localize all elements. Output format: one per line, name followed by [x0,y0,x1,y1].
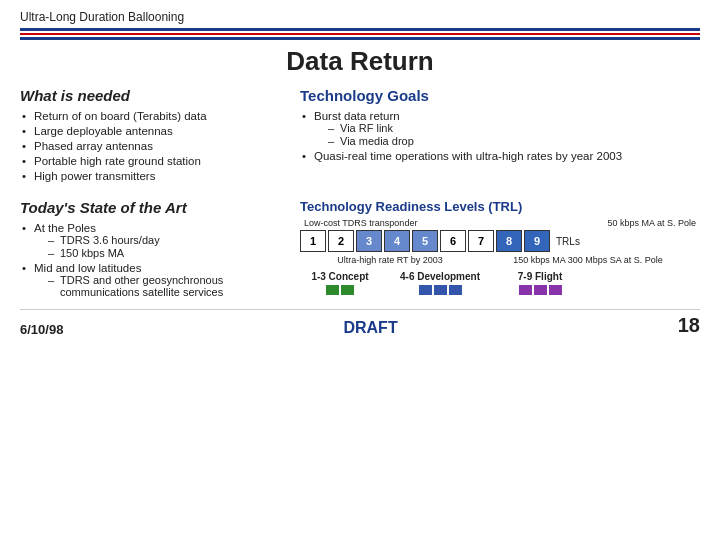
trl-box-2: 2 [328,230,354,252]
tg-item-1: Burst data return Via RF link Via media … [300,110,700,147]
trl-detail-row: Ultra-high rate RT by 2003 150 kbps MA 3… [300,255,700,265]
cb-purple-3 [549,285,562,295]
page: Ultra-Long Duration Ballooning Data Retu… [0,0,720,540]
trl-detail-label2: 150 kbps MA 300 Mbps SA at S. Pole [513,255,663,265]
cb-blue-1 [419,285,432,295]
todays-state-list: At the Poles TDRS 3.6 hours/day 150 kbps… [20,222,280,298]
trl-box-8: 8 [496,230,522,252]
trl-box-3: 3 [356,230,382,252]
technology-goals-heading: Technology Goals [300,87,700,104]
trl-annotation-right: 50 kbps MA at S. Pole [607,218,696,228]
cb-blue-3 [449,285,462,295]
tg-item-2: Quasi-real time operations with ultra-hi… [300,150,700,162]
top-two-col: What is needed Return of on board (Terab… [20,87,700,185]
trl-legend: 1-3 Concept 4-6 Development [300,271,700,295]
header-title: Ultra-Long Duration Ballooning [20,10,700,24]
trl-box-9: 9 [524,230,550,252]
trl-flight-blocks [519,285,562,295]
trl-legend-concept: 1-3 Concept [300,271,380,295]
cb-green-1 [326,285,339,295]
todays-state-heading: Today's State of the Art [20,199,280,216]
tg-sub-item: Via media drop [328,135,700,147]
trl-legend-flight-label: 7-9 Flight [518,271,562,282]
main-title: Data Return [20,46,700,77]
trl-boxes-label: TRLs [556,236,580,247]
divider-blue-bottom [20,37,700,40]
todays-state-section: Today's State of the Art At the Poles TD… [20,199,280,301]
trl-dev-blocks [419,285,462,295]
what-is-needed-heading: What is needed [20,87,280,104]
trl-annotation-left: Low-cost TDRS transponder [304,218,417,228]
trl-box-7: 7 [468,230,494,252]
trl-boxes-row: 1 2 3 4 5 6 7 8 9 TRLs [300,230,700,252]
technology-goals-section: Technology Goals Burst data return Via R… [300,87,700,185]
ts-sub-1: TDRS 3.6 hours/day 150 kbps MA [34,234,280,259]
ts-item-2: Mid and low latitudes TDRS and other geo… [20,262,280,298]
list-item: Large deployable antennas [20,125,280,137]
tg-sub-item: Via RF link [328,122,700,134]
footer: 6/10/98 DRAFT 18 [20,309,700,337]
ts-sub-2: TDRS and other geosynchronous communicat… [34,274,280,298]
divider-red [20,33,700,35]
trl-box-4: 4 [384,230,410,252]
trl-box-5: 5 [412,230,438,252]
trl-box-6: 6 [440,230,466,252]
cb-green-2 [341,285,354,295]
ts-item-1: At the Poles TDRS 3.6 hours/day 150 kbps… [20,222,280,259]
tg-sub-list-1: Via RF link Via media drop [314,122,700,147]
cb-blue-2 [434,285,447,295]
technology-goals-list: Burst data return Via RF link Via media … [300,110,700,162]
list-item: High power transmitters [20,170,280,182]
trl-section: Technology Readiness Levels (TRL) Low-co… [300,199,700,301]
trl-detail-label1: Ultra-high rate RT by 2003 [337,255,443,265]
cb-purple-2 [534,285,547,295]
trl-legend-dev: 4-6 Development [390,271,490,295]
ts-sub-item: TDRS and other geosynchronous communicat… [48,274,280,298]
divider-blue-top [20,28,700,31]
trl-box-1: 1 [300,230,326,252]
what-is-needed-section: What is needed Return of on board (Terab… [20,87,280,185]
footer-page-num: 18 [678,314,700,337]
ts-sub-item: 150 kbps MA [48,247,280,259]
trl-legend-flight: 7-9 Flight [500,271,580,295]
what-is-needed-list: Return of on board (Terabits) data Large… [20,110,280,182]
trl-legend-concept-label: 1-3 Concept [311,271,368,282]
trl-heading: Technology Readiness Levels (TRL) [300,199,700,214]
trl-area: Low-cost TDRS transponder 50 kbps MA at … [300,218,700,295]
list-item: Return of on board (Terabits) data [20,110,280,122]
cb-purple-1 [519,285,532,295]
ts-sub-item: TDRS 3.6 hours/day [48,234,280,246]
list-item: Portable high rate ground station [20,155,280,167]
footer-draft: DRAFT [343,319,397,337]
footer-date: 6/10/98 [20,322,63,337]
trl-concept-blocks [326,285,354,295]
trl-legend-dev-label: 4-6 Development [400,271,480,282]
list-item: Phased array antennas [20,140,280,152]
bottom-two-col: Today's State of the Art At the Poles TD… [20,199,700,301]
